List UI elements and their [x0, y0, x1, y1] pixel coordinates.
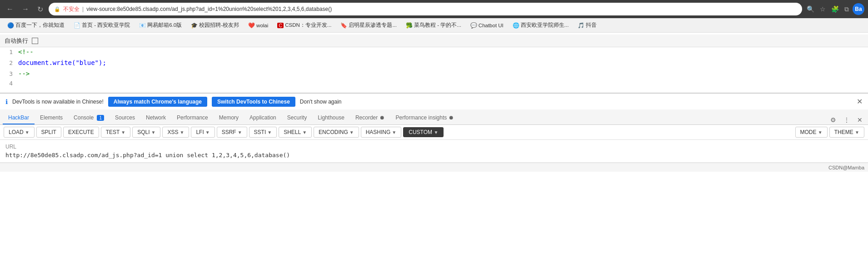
mode-label: MODE [800, 129, 817, 135]
window-button[interactable]: ⧉ [843, 4, 851, 15]
test-dropdown-icon: ▼ [121, 130, 125, 135]
notify-close-button[interactable]: ✕ [857, 97, 863, 106]
address-bar[interactable]: 🔒 不安全 | view-source:8e50de85.clsadp.com/… [49, 3, 802, 15]
bookmark-wolai[interactable]: ❤️ wolai [244, 21, 272, 30]
tab-memory[interactable]: Memory [214, 112, 244, 124]
match-language-button[interactable]: Always match Chrome's language [108, 97, 207, 107]
bookmark-runoob-label: 菜鸟教程 - 学的不... [414, 22, 461, 29]
devtools-tab-actions: ⚙ ⋮ ✕ [828, 115, 865, 124]
ssti-dropdown-icon: ▼ [267, 130, 272, 135]
line-content-3: --> [18, 69, 30, 78]
hackbar-toolbar: LOAD ▼ SPLIT EXECUTE TEST ▼ SQLI ▼ XSS ▼ [0, 125, 868, 140]
hashing-dropdown-icon: ▼ [392, 130, 396, 135]
sqli-button[interactable]: SQLI ▼ [132, 127, 160, 138]
autowrap-checkbox[interactable] [32, 38, 38, 44]
qiming-icon: 🔖 [340, 22, 347, 29]
bookmark-wolai-label: wolai [256, 23, 268, 28]
test-button[interactable]: TEST ▼ [101, 127, 131, 138]
bottom-bar: CSDN@Mamba [0, 163, 868, 172]
csdn-icon: C [277, 23, 284, 28]
mode-button[interactable]: MODE ▼ [795, 127, 828, 138]
tab-security[interactable]: Security [282, 112, 312, 124]
console-badge: 1 [97, 115, 104, 121]
tab-recorder[interactable]: Recorder ⏺ [350, 112, 390, 124]
load-button[interactable]: LOAD ▼ [4, 127, 35, 138]
bookmark-csdn[interactable]: C CSDN：专业开发... [274, 20, 335, 30]
avatar-button[interactable]: Ba [853, 3, 864, 15]
tab-console[interactable]: Console 1 [68, 112, 110, 124]
tab-application[interactable]: Application [244, 112, 282, 124]
url-area: URL http://8e50de85.clsadp.com/ad_js.php… [0, 140, 868, 163]
custom-label: CUSTOM [409, 129, 432, 135]
xss-button[interactable]: XSS ▼ [162, 127, 189, 138]
netease-icon: 📧 [139, 22, 146, 29]
bookmark-button[interactable]: ☆ [818, 4, 828, 15]
shell-dropdown-icon: ▼ [302, 130, 307, 135]
custom-button[interactable]: CUSTOM ▼ [403, 127, 444, 137]
tab-sources[interactable]: Sources [110, 112, 140, 124]
security-icon: 🔒 [54, 6, 60, 12]
bookmark-xaoya[interactable]: 📄 首页 - 西安欧亚学院 [70, 20, 134, 30]
bookmark-chatbot[interactable]: 💬 Chatbot UI [467, 21, 507, 30]
chrome-top-bar: ← → ↻ 🔒 不安全 | view-source:8e50de85.clsad… [0, 0, 868, 18]
xss-label: XSS [167, 129, 178, 135]
sqli-dropdown-icon: ▼ [151, 130, 156, 135]
bookmark-netease[interactable]: 📧 网易邮箱6.0版 [135, 20, 185, 30]
forward-button[interactable]: → [19, 3, 32, 15]
reload-button[interactable]: ↻ [35, 3, 46, 15]
bookmark-douyin-label: 抖音 [586, 22, 597, 29]
devtools-close-button[interactable]: ✕ [854, 115, 865, 124]
hashing-button[interactable]: HASHING ▼ [361, 127, 402, 138]
split-button[interactable]: SPLIT [36, 127, 61, 138]
switch-chinese-button[interactable]: Switch DevTools to Chinese [212, 97, 295, 107]
lfi-button[interactable]: LFI ▼ [191, 127, 215, 138]
bookmark-baidu[interactable]: 🔵 百度一下，你就知道 [4, 20, 68, 30]
ssti-button[interactable]: SSTI ▼ [249, 127, 277, 138]
hashing-label: HASHING [366, 129, 391, 135]
tab-elements[interactable]: Elements [35, 112, 68, 124]
tab-hackbar[interactable]: HackBar [3, 112, 35, 124]
load-label: LOAD [9, 129, 24, 135]
bookmark-xaoya-label: 首页 - 西安欧亚学院 [82, 22, 130, 29]
bookmark-campus[interactable]: 🎓 校园招聘-校友邦 [187, 20, 243, 30]
ssrf-button[interactable]: SSRF ▼ [217, 127, 247, 138]
devtools-more-button[interactable]: ⋮ [841, 115, 853, 124]
bookmark-xaoya2[interactable]: 🌐 西安欧亚学院师生... [509, 20, 573, 30]
line-num-3: 3 [0, 70, 18, 77]
bookmark-netease-label: 网易邮箱6.0版 [147, 22, 182, 29]
wolai-icon: ❤️ [248, 22, 255, 29]
devtools-settings-button[interactable]: ⚙ [828, 115, 839, 124]
ssti-label: SSTI [254, 129, 266, 135]
back-button[interactable]: ← [4, 3, 16, 15]
dont-show-again-button[interactable]: Don't show again [300, 99, 342, 105]
credit-text: CSDN@Mamba [828, 165, 864, 170]
bookmark-qiming[interactable]: 🔖 启明星辰渗透专题... [337, 20, 400, 30]
notify-text: DevTools is now available in Chinese! [12, 99, 104, 105]
shell-button[interactable]: SHELL ▼ [279, 127, 312, 138]
bookmark-xaoya2-label: 西安欧亚学院师生... [521, 22, 569, 29]
devtools-panel: ℹ DevTools is now available in Chinese! … [0, 93, 868, 253]
bookmark-douyin[interactable]: 🎵 抖音 [574, 20, 600, 30]
bookmark-runoob[interactable]: 🥦 菜鸟教程 - 学的不... [402, 20, 465, 30]
search-button[interactable]: 🔍 [805, 4, 816, 15]
tab-performance-insights[interactable]: Performance insights ⏺ [390, 112, 459, 124]
theme-dropdown-icon: ▼ [855, 130, 859, 135]
theme-label: THEME [834, 129, 853, 135]
bookmark-csdn-label: CSDN：专业开发... [285, 22, 331, 29]
code-line-1: 1 <!-- [0, 47, 868, 58]
chrome-actions: 🔍 ☆ 🧩 ⧉ Ba [805, 3, 864, 15]
line-num-2: 2 [0, 60, 18, 66]
url-label: URL [5, 144, 863, 150]
extensions-button[interactable]: 🧩 [829, 4, 841, 15]
test-label: TEST [106, 129, 120, 135]
chatbot-icon: 💬 [470, 22, 477, 29]
execute-label: EXECUTE [68, 129, 94, 135]
theme-button[interactable]: THEME ▼ [829, 127, 864, 138]
tab-lighthouse[interactable]: Lighthouse [312, 112, 350, 124]
tab-performance[interactable]: Performance [171, 112, 214, 124]
tab-network[interactable]: Network [140, 112, 171, 124]
code-line-3: 3 --> [0, 69, 868, 80]
encoding-button[interactable]: ENCODING ▼ [314, 127, 359, 138]
url-value[interactable]: http://8e50de85.clsadp.com/ad_js.php?ad_… [5, 152, 863, 159]
execute-button[interactable]: EXECUTE [63, 127, 99, 138]
